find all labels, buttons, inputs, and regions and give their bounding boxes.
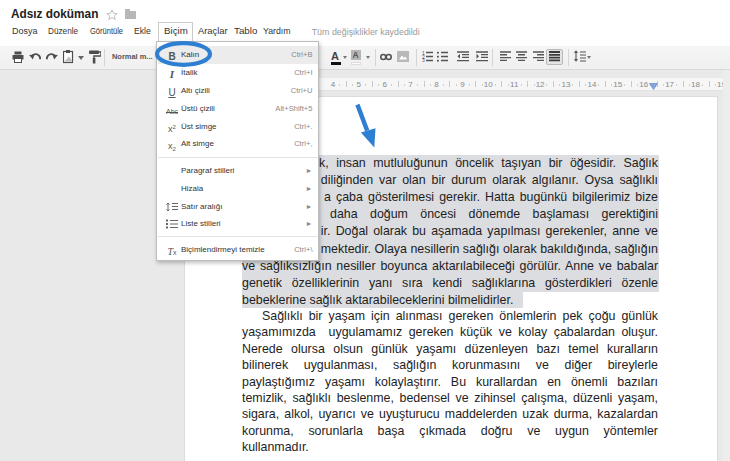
svg-text:3: 3 [422,57,425,62]
